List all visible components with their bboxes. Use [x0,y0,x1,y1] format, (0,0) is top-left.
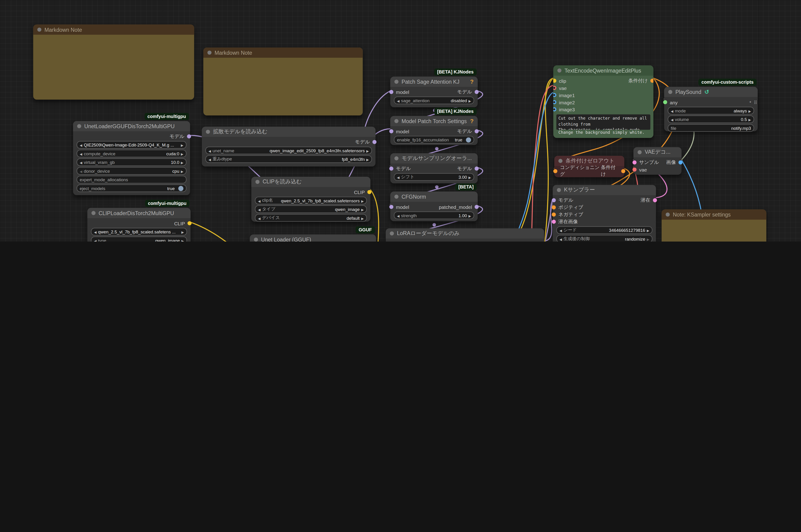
arrow-right-icon[interactable] [469,174,471,179]
arrow-right-icon[interactable] [181,160,184,165]
widget-compute-device[interactable]: compute_devicecuda:0 [77,150,187,157]
arrow-right-icon[interactable] [361,207,364,212]
node-conditioning-zero-out[interactable]: 条件付けゼロアウト コンディショニング 条件付け [554,156,624,177]
widget-eject-models[interactable]: eject_modelstrue [77,184,187,192]
node-header[interactable]: Kサンプラー [553,185,656,195]
node-markdown-note-1[interactable]: Markdown Note [33,24,194,100]
arrow-left-icon[interactable] [397,213,399,218]
node-unet-loader-distorch[interactable]: comfyui-multigpu UnetLoaderGGUFDisTorch2… [73,121,190,195]
arrow-left-icon[interactable] [80,160,82,165]
node-model-sampling-aura[interactable]: モデルサンプリングオーラ... モデル モデル シフト3.00 [390,153,478,183]
arrow-left-icon[interactable] [258,198,261,203]
node-vae-decode[interactable]: VAEデコ... サンプル 画像 vae [633,147,681,175]
arrow-left-icon[interactable] [397,98,399,103]
node-ksampler[interactable]: Kサンプラー モデル 潜在 ポジティブ ネガティブ 潜在画像 シード346466… [553,185,656,242]
collapse-dot-icon[interactable] [666,213,670,217]
node-header[interactable]: PlaySound [664,87,758,97]
collapse-dot-icon[interactable] [390,231,394,235]
collapse-dot-icon[interactable] [77,124,81,128]
widget-enable-fp16-accumulation[interactable]: enable_fp16_accumulationtrue [394,136,474,144]
node-header[interactable]: Unet Loader (GGUF) [250,234,376,242]
arrow-left-icon[interactable] [258,207,261,212]
collapse-dot-icon[interactable] [637,150,642,154]
collapse-dot-icon[interactable] [394,195,399,199]
collapse-dot-icon[interactable] [91,211,96,215]
arrow-left-icon[interactable] [94,238,96,242]
arrow-left-icon[interactable] [397,174,399,179]
output-dot-model[interactable] [475,205,479,209]
node-header[interactable]: Model Patch Torch Settings [390,116,478,126]
prompt-textarea[interactable]: Cut out the character and remove all clo… [556,115,650,130]
widget-file[interactable]: filenotify.mp3 [668,124,754,132]
toggle-icon[interactable] [178,186,184,191]
output-dot-model[interactable] [475,167,479,171]
input-dot-model[interactable] [552,198,556,202]
arrow-right-icon[interactable] [361,215,364,221]
input-dot-positive[interactable] [552,205,556,210]
collapse-dot-icon[interactable] [558,159,563,163]
collapse-dot-icon[interactable] [206,130,210,134]
collapse-dot-icon[interactable] [394,119,399,123]
collapse-dot-icon[interactable] [37,27,41,32]
node-header[interactable]: 拡散モデルを読み込む [202,127,375,137]
input-dot-samples[interactable] [632,160,636,165]
arrow-right-icon[interactable] [647,236,649,241]
arrow-right-icon[interactable] [366,156,369,162]
node-unet-loader-gguf[interactable]: GGUF Unet Loader (GGUF) モデル u ...QIE2509… [250,234,376,242]
node-header[interactable]: モデルサンプリングオーラ... [390,153,478,164]
widget-virtual-vram[interactable]: virtual_vram_gb10.0 [77,158,187,166]
input-dot-image2[interactable] [553,100,556,104]
node-header[interactable]: VAEデコ... [633,147,681,157]
widget-donor-device[interactable]: donor_devicecpu [77,167,187,175]
output-dot-model[interactable] [372,140,377,144]
node-cfgnorm[interactable]: [BETA] CFGNorm model patched_model stren… [390,191,478,221]
arrow-right-icon[interactable] [748,117,751,122]
toggle-icon[interactable] [466,137,471,142]
input-dot-latent-image[interactable] [552,220,556,224]
collapse-dot-icon[interactable] [254,238,258,242]
arrow-right-icon[interactable] [469,98,471,103]
node-playsound[interactable]: comfyui-custom-scripts PlaySound any mod… [664,87,758,131]
widget-mode[interactable]: modealways [668,107,754,115]
widget-unet-name[interactable]: QIE2509\Qwen-Image-Edit-2509-Q4_K_M.g ..… [77,141,187,149]
help-icon[interactable] [470,118,474,124]
help-icon[interactable] [470,79,474,84]
output-dot-clip[interactable] [367,190,371,194]
input-dot-conditioning[interactable] [553,169,557,173]
arrow-right-icon[interactable] [181,151,184,156]
node-header[interactable]: CFGNorm [390,191,478,202]
arrow-left-icon[interactable] [80,151,82,156]
widget-volume[interactable]: volume0.5 [668,115,754,123]
collapse-dot-icon[interactable] [208,51,212,55]
arrow-left-icon[interactable] [258,215,261,221]
output-dot-image[interactable] [679,160,683,165]
node-model-patch-torch[interactable]: [BETA] KJNodes Model Patch Torch Setting… [390,116,478,145]
collapse-dot-icon[interactable] [557,188,561,192]
node-load-diffusion-model[interactable]: 拡散モデルを読み込む モデル unet_nameqwen_image_edit_… [202,127,375,167]
widget-type[interactable]: typeqwen_image [91,236,187,242]
input-dot-vae[interactable] [632,168,636,172]
arrow-right-icon[interactable] [647,228,649,233]
collapse-dot-icon[interactable] [668,90,672,94]
widget-clip-name[interactable]: clip名qwen_2.5_vl_7b_fp8_scaled.safetenso… [255,196,367,204]
input-dot-model[interactable] [389,90,394,94]
input-dot-model[interactable] [389,205,394,209]
widget-seed[interactable]: シード346466651279816 [556,226,652,234]
node-header[interactable]: Note: KSampler settings [662,209,766,220]
node-patch-sage-attention[interactable]: [BETA] KJNodes Patch Sage Attention KJ m… [390,77,478,107]
arrow-left-icon[interactable] [208,148,211,153]
input-dot-model[interactable] [389,129,394,134]
widget-device[interactable]: デバイスdefault [255,214,367,222]
output-dot-conditioning[interactable] [650,79,653,83]
output-dot-conditioning[interactable] [621,169,626,173]
arrow-left-icon[interactable] [94,229,96,234]
widget-weight-dtype[interactable]: 重みdtypefp8_e4m3fn [205,155,372,163]
arrow-left-icon[interactable] [671,117,673,122]
widget-shift[interactable]: シフト3.00 [394,173,474,181]
node-header[interactable]: Patch Sage Attention KJ [390,77,478,87]
arrow-right-icon[interactable] [361,198,364,203]
input-dot-any[interactable] [663,100,667,104]
output-dot-model[interactable] [475,129,479,134]
node-graph-canvas[interactable]: Markdown Note Markdown Note comfyui-mult… [0,0,801,242]
collapse-dot-icon[interactable] [255,180,260,184]
